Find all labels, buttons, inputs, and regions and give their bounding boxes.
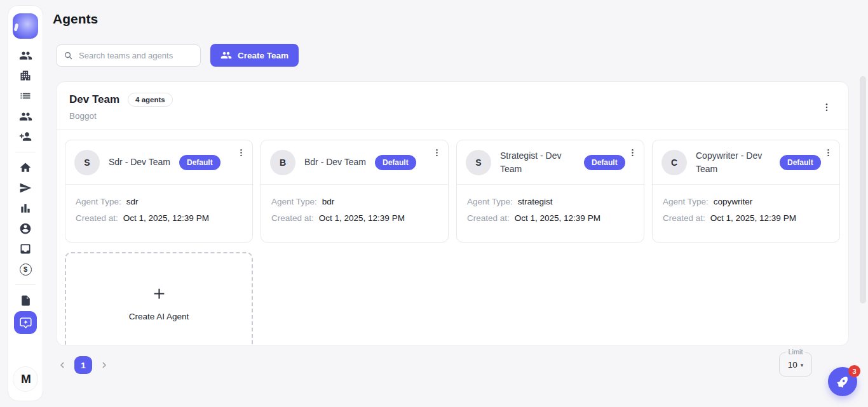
sidebar-item-add-contact[interactable] — [15, 126, 36, 147]
agent-menu-button[interactable] — [235, 147, 247, 159]
sidebar-item-inbox[interactable] — [15, 239, 36, 259]
search-box[interactable] — [56, 44, 201, 67]
sidebar-item-analytics[interactable] — [15, 198, 36, 218]
create-team-label: Create Team — [238, 51, 288, 60]
scrollbar-thumb[interactable] — [860, 76, 866, 304]
created-at-value: Oct 1, 2025, 12:39 PM — [710, 213, 796, 223]
search-input[interactable] — [79, 51, 193, 60]
default-badge: Default — [179, 155, 220, 170]
agent-type-label: Agent Type: — [467, 197, 513, 206]
search-icon — [64, 50, 73, 61]
sidebar-item-billing[interactable]: $ — [15, 259, 36, 279]
agent-menu-button[interactable] — [822, 147, 834, 159]
agent-name: Copywriter - Dev Team — [696, 149, 771, 175]
sidebar-item-teams[interactable] — [15, 106, 36, 126]
sidebar-item-lists[interactable] — [15, 86, 36, 106]
people-icon — [19, 49, 32, 62]
brand-monogram[interactable]: M — [13, 366, 38, 392]
chevron-left-icon — [57, 360, 67, 370]
default-badge: Default — [375, 155, 416, 170]
pagination: 1 — [56, 356, 111, 374]
people-icon — [19, 110, 32, 123]
file-attachment-icon — [20, 295, 32, 307]
team-header: Dev Team 4 agents Boggot — [57, 82, 848, 130]
sidebar-item-account[interactable] — [15, 218, 36, 239]
agent-tag-star-icon — [19, 316, 32, 330]
kebab-icon — [822, 102, 832, 112]
limit-label: Limit — [785, 348, 805, 356]
agent-type-value: copywriter — [714, 197, 753, 206]
sidebar: $ M — [8, 5, 43, 401]
agents-grid: S Sdr - Dev Team Default Agent Type:sdr … — [57, 130, 848, 346]
agent-type-label: Agent Type: — [663, 197, 709, 206]
team-card: Dev Team 4 agents Boggot S Sdr - Dev Tea… — [56, 81, 849, 346]
people-icon — [220, 50, 232, 61]
default-badge: Default — [584, 155, 625, 170]
sidebar-divider — [15, 284, 36, 285]
team-subtitle: Boggot — [69, 111, 836, 121]
inbox-icon — [19, 243, 32, 255]
dollar-icon: $ — [20, 264, 32, 276]
notification-badge: 3 — [848, 365, 860, 377]
avatar: B — [270, 150, 295, 175]
page-title: Agents — [53, 11, 98, 27]
team-menu-button[interactable] — [820, 101, 833, 114]
bar-chart-icon — [19, 202, 32, 215]
create-ai-agent-card[interactable]: Create AI Agent — [65, 252, 253, 346]
previous-page-button[interactable] — [56, 359, 69, 371]
avatar: C — [661, 150, 687, 175]
agent-card[interactable]: S Strategist - Dev Team Default Agent Ty… — [456, 140, 644, 243]
agent-card[interactable]: B Bdr - Dev Team Default Agent Type:bdr … — [261, 140, 449, 243]
agent-card[interactable]: C Copywriter - Dev Team Default Agent Ty… — [652, 140, 840, 243]
sidebar-item-ai-agents[interactable] — [14, 311, 37, 334]
plus-icon — [151, 285, 168, 302]
toolbar: Create Team — [56, 44, 299, 67]
person-add-icon — [19, 130, 32, 143]
create-team-button[interactable]: Create Team — [210, 44, 299, 67]
agent-type-value: bdr — [322, 197, 335, 206]
default-badge: Default — [780, 155, 821, 170]
sidebar-item-contacts[interactable] — [15, 45, 36, 65]
created-at-label: Created at: — [76, 213, 118, 223]
sidebar-divider — [15, 152, 36, 152]
sidebar-item-documents[interactable] — [15, 290, 36, 310]
caret-down-icon: ▾ — [801, 362, 804, 368]
send-icon — [19, 182, 32, 194]
current-page-button[interactable]: 1 — [74, 356, 92, 374]
sidebar-item-company[interactable] — [15, 65, 36, 86]
sidebar-item-campaigns[interactable] — [15, 178, 36, 198]
sidebar-item-home[interactable] — [15, 157, 36, 178]
app-logo[interactable] — [13, 13, 38, 39]
avatar: S — [74, 150, 100, 175]
team-agent-count-badge: 4 agents — [128, 93, 173, 107]
building-icon — [19, 69, 32, 82]
chevron-right-icon — [99, 360, 109, 370]
avatar: S — [466, 150, 491, 175]
create-ai-agent-label: Create AI Agent — [129, 312, 189, 321]
agent-type-value: strategist — [518, 197, 553, 206]
created-at-value: Oct 1, 2025, 12:39 PM — [319, 213, 405, 223]
created-at-value: Oct 1, 2025, 12:39 PM — [515, 213, 600, 223]
kebab-icon — [432, 148, 442, 157]
agent-type-label: Agent Type: — [271, 197, 317, 206]
kebab-icon — [824, 148, 833, 157]
assistant-fab-button[interactable]: 3 — [828, 367, 857, 396]
list-icon — [19, 90, 32, 102]
created-at-value: Oct 1, 2025, 12:39 PM — [123, 213, 209, 223]
agent-card[interactable]: S Sdr - Dev Team Default Agent Type:sdr … — [65, 140, 253, 243]
agent-name: Sdr - Dev Team — [109, 156, 170, 169]
created-at-label: Created at: — [663, 213, 705, 223]
kebab-icon — [236, 148, 246, 157]
created-at-label: Created at: — [271, 213, 314, 223]
limit-value: 10 — [788, 360, 797, 370]
team-name: Dev Team — [69, 93, 119, 106]
next-page-button[interactable] — [98, 359, 111, 371]
agent-type-value: sdr — [126, 197, 139, 206]
kebab-icon — [628, 148, 637, 157]
account-circle-icon — [19, 222, 32, 235]
agent-name: Strategist - Dev Team — [500, 149, 575, 175]
agent-menu-button[interactable] — [627, 147, 639, 159]
created-at-label: Created at: — [467, 213, 510, 223]
limit-select[interactable]: Limit 10 ▾ — [779, 352, 812, 377]
agent-menu-button[interactable] — [431, 147, 443, 159]
